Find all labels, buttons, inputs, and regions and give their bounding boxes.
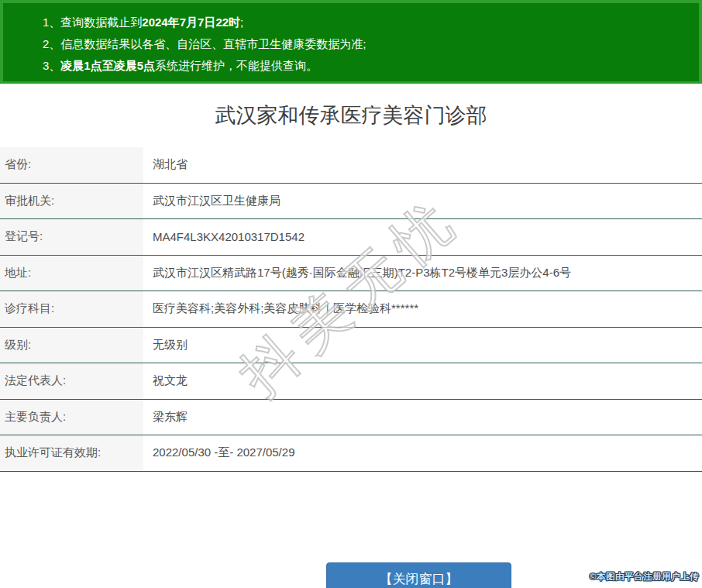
notice-line-1-suffix: ;: [240, 15, 243, 29]
uploaded-by-badge: ©本图由平台注册用户上传: [590, 571, 699, 583]
notice-line-2: 2、信息数据结果以各省、自治区、直辖市卫生健康委数据为准;: [43, 33, 687, 55]
row-value: 2022/05/30 -至- 2027/05/29: [143, 435, 702, 471]
page-title: 武汉家和传承医疗美容门诊部: [0, 101, 702, 129]
row-label: 级别:: [0, 328, 143, 363]
table-row-departments: 诊疗科目: 医疗美容科;美容外科;美容皮肤科｜医学检验科******: [0, 291, 702, 328]
row-value: MA4F4L3KX42010317D1542: [143, 219, 702, 255]
notice-line-2-text: 2、信息数据结果以各省、自治区、直辖市卫生健康委数据为准;: [43, 37, 366, 50]
table-row-license-validity: 执业许可证有效期: 2022/05/30 -至- 2027/05/29: [0, 435, 702, 472]
row-label: 诊疗科目:: [0, 291, 143, 327]
notice-line-1-bold: 2024年7月7日22时: [142, 15, 240, 29]
notice-line-1: 1、查询数据截止到2024年7月7日22时;: [43, 12, 687, 33]
info-table: 省份: 湖北省 审批机关: 武汉市江汉区卫生健康局 登记号: MA4F4L3KX…: [0, 147, 702, 472]
row-label: 执业许可证有效期:: [0, 435, 143, 471]
table-row-address: 地址: 武汉市江汉区精武路17号(越秀·国际金融汇三期)T2-P3栋T2号楼单元…: [0, 256, 702, 292]
row-value: 武汉市江汉区卫生健康局: [143, 184, 702, 219]
notice-line-1-text: 1、查询数据截止到: [43, 15, 142, 29]
table-row-approval-authority: 审批机关: 武汉市江汉区卫生健康局: [0, 184, 702, 220]
row-label: 主要负责人:: [0, 400, 143, 435]
row-value: 医疗美容科;美容外科;美容皮肤科｜医学检验科******: [143, 291, 702, 327]
row-label: 地址:: [0, 256, 143, 291]
notice-line-3-bold: 凌晨1点至凌晨5点: [60, 59, 155, 72]
row-value: 武汉市江汉区精武路17号(越秀·国际金融汇三期)T2-P3栋T2号楼单元3层办公…: [143, 256, 702, 291]
row-label: 登记号:: [0, 219, 143, 255]
table-row-province: 省份: 湖北省: [0, 147, 702, 184]
row-value: 祝文龙: [143, 363, 702, 399]
table-row-registration-number: 登记号: MA4F4L3KX42010317D1542: [0, 219, 702, 256]
table-row-legal-representative: 法定代表人: 祝文龙: [0, 363, 702, 400]
row-label: 法定代表人:: [0, 363, 143, 399]
row-value: 湖北省: [143, 147, 702, 183]
notice-line-3-text: 3、: [43, 59, 60, 72]
table-row-level: 级别: 无级别: [0, 328, 702, 364]
row-label: 审批机关:: [0, 184, 143, 219]
row-value: 梁东辉: [143, 400, 702, 435]
notice-line-3-suffix: 系统进行维护，不能提供查询。: [155, 59, 318, 72]
notice-line-3: 3、凌晨1点至凌晨5点系统进行维护，不能提供查询。: [43, 55, 687, 77]
table-row-principal: 主要负责人: 梁东辉: [0, 400, 702, 436]
notice-banner: 1、查询数据截止到2024年7月7日22时; 2、信息数据结果以各省、自治区、直…: [0, 0, 702, 84]
close-window-button[interactable]: 【关闭窗口】: [326, 562, 511, 588]
row-label: 省份:: [0, 147, 143, 183]
row-value: 无级别: [143, 328, 702, 363]
